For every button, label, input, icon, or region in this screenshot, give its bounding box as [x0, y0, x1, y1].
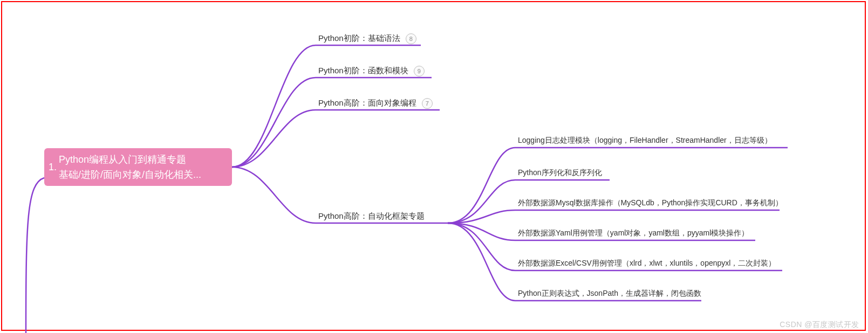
node-l1-3-label: Python高阶：自动化框架专题: [318, 211, 425, 220]
node-l1-1-label: Python初阶：函数和模块: [318, 66, 408, 75]
node-l2-0[interactable]: Logging日志处理模块（logging，FileHandler，Stream…: [518, 136, 772, 145]
badge-icon: 9: [414, 66, 425, 77]
node-l2-5[interactable]: Python正则表达式，JsonPath，生成器详解，闭包函数: [518, 289, 701, 299]
root-line1: Python编程从入门到精通专题: [59, 152, 201, 167]
node-l2-1-label: Python序列化和反序列化: [518, 168, 602, 177]
node-l2-2-label: 外部数据源Mysql数据库操作（MySQLdb，Python操作实现CURD，事…: [518, 198, 783, 207]
watermark-text: CSDN @百度测试开发: [780, 320, 859, 330]
root-index: 1.: [49, 159, 57, 175]
node-l2-2[interactable]: 外部数据源Mysql数据库操作（MySQLdb，Python操作实现CURD，事…: [518, 198, 783, 208]
node-l2-0-label: Logging日志处理模块（logging，FileHandler，Stream…: [518, 136, 772, 144]
node-l1-0[interactable]: Python初阶：基础语法 8: [318, 33, 416, 44]
node-l1-2[interactable]: Python高阶：面向对象编程 7: [318, 98, 433, 109]
node-l1-0-label: Python初阶：基础语法: [318, 33, 400, 43]
root-node[interactable]: 1. Python编程从入门到精通专题 基础/进阶/面向对象/自动化相关...: [44, 148, 232, 186]
node-l2-4[interactable]: 外部数据源Excel/CSV用例管理（xlrd，xlwt，xluntils，op…: [518, 259, 776, 268]
node-l2-3-label: 外部数据源Yaml用例管理（yaml对象，yaml数组，pyyaml模块操作）: [518, 228, 749, 237]
node-l2-1[interactable]: Python序列化和反序列化: [518, 168, 602, 178]
node-l2-3[interactable]: 外部数据源Yaml用例管理（yaml对象，yaml数组，pyyaml模块操作）: [518, 228, 749, 238]
badge-icon: 8: [406, 33, 416, 44]
node-l2-5-label: Python正则表达式，JsonPath，生成器详解，闭包函数: [518, 289, 701, 297]
node-l1-3[interactable]: Python高阶：自动化框架专题: [318, 211, 425, 221]
node-l1-2-label: Python高阶：面向对象编程: [318, 98, 416, 107]
node-l2-4-label: 外部数据源Excel/CSV用例管理（xlrd，xlwt，xluntils，op…: [518, 259, 776, 267]
root-line2: 基础/进阶/面向对象/自动化相关...: [59, 167, 201, 182]
node-l1-1[interactable]: Python初阶：函数和模块 9: [318, 66, 425, 77]
badge-icon: 7: [422, 98, 433, 109]
